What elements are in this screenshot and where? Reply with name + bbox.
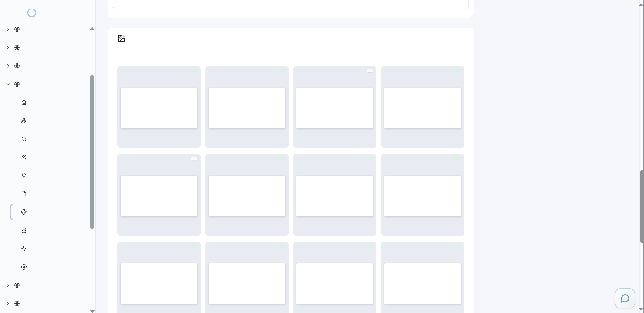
sidebar-item-lavender[interactable] <box>0 57 95 75</box>
sidebar-item-gia[interactable] <box>0 38 95 57</box>
sidebar-item-drymerge[interactable] <box>0 20 95 38</box>
screenshot-thumbnail[interactable] <box>209 176 285 216</box>
globe-icon <box>14 300 20 306</box>
screenshot-tile[interactable] <box>381 242 464 313</box>
sidebar-item-pace-pricing[interactable] <box>0 276 95 294</box>
product-screenshots-card <box>108 28 474 313</box>
screenshot-tile[interactable] <box>381 154 464 236</box>
activity-icon <box>21 245 27 252</box>
screenshot-thumbnail[interactable] <box>209 88 285 128</box>
sidebar-scrollbar-thumb[interactable] <box>90 75 94 229</box>
sidebar-item-overview[interactable] <box>0 93 95 111</box>
globe-icon <box>14 81 20 87</box>
sidebar-item-topic-bank[interactable] <box>0 166 95 185</box>
chat-launcher-button[interactable] <box>615 288 635 308</box>
chevron-right-icon[interactable] <box>5 300 11 306</box>
chevron-down-icon[interactable] <box>5 81 11 87</box>
screenshot-thumbnail[interactable] <box>296 263 373 304</box>
sidebar-item-monitoring[interactable] <box>0 239 95 258</box>
screenshot-thumbnail[interactable] <box>384 88 461 128</box>
section-header <box>117 34 129 43</box>
globe-icon <box>14 282 20 288</box>
home-icon <box>21 99 27 105</box>
gear-icon <box>21 264 27 270</box>
sidebar-item-topic-research[interactable] <box>0 130 95 148</box>
sidebar-item-knowledge-base[interactable] <box>0 221 95 239</box>
sidebar <box>0 0 96 313</box>
search-icon <box>21 136 27 142</box>
file-text-icon <box>21 191 27 197</box>
status-badge <box>453 245 461 248</box>
globe-icon <box>14 44 20 51</box>
screenshot-thumbnail[interactable] <box>121 263 197 304</box>
chevron-right-icon[interactable] <box>5 282 11 288</box>
status-badge <box>189 245 197 248</box>
sidebar-item-articles[interactable] <box>0 185 95 203</box>
sidebar-item-productiv[interactable] <box>0 294 95 312</box>
status-badge <box>277 69 285 72</box>
chat-bubble-icon <box>620 293 630 304</box>
screenshot-tile[interactable] <box>117 154 201 236</box>
tags-badge <box>367 69 373 72</box>
status-badge <box>277 157 285 160</box>
globe-icon <box>14 63 20 69</box>
page-scroll-down-arrow[interactable] <box>639 308 643 311</box>
chevron-right-icon[interactable] <box>5 63 11 69</box>
sidebar-item-suggested-posts[interactable] <box>0 148 95 166</box>
status-badge <box>365 245 373 248</box>
sidebar-scroll-up-arrow[interactable] <box>90 27 95 30</box>
status-badge <box>277 245 285 248</box>
screenshot-thumbnail[interactable] <box>384 263 461 304</box>
screenshot-tile[interactable] <box>205 242 289 313</box>
window-top-edge <box>0 0 644 0</box>
screenshot-tile[interactable] <box>293 66 376 148</box>
screenshot-thumbnail[interactable] <box>209 263 285 304</box>
screenshot-thumbnail[interactable] <box>121 176 197 216</box>
oleno-logo-icon <box>27 8 37 18</box>
status-badge <box>453 69 461 72</box>
screenshot-thumbnail[interactable] <box>296 88 373 128</box>
tags-badge <box>191 157 197 160</box>
sparkles-icon <box>21 154 27 160</box>
upload-card-cutoff <box>108 0 474 18</box>
chevron-right-icon[interactable] <box>5 26 11 32</box>
globe-icon <box>14 26 20 32</box>
sidebar-item-settings[interactable] <box>0 258 95 276</box>
page-scroll-up-arrow[interactable] <box>639 3 643 6</box>
screenshot-tile[interactable] <box>117 66 201 148</box>
screenshot-tile[interactable] <box>117 242 201 313</box>
status-badge <box>189 69 197 72</box>
database-icon <box>21 227 27 233</box>
screenshot-tile[interactable] <box>205 154 289 236</box>
sidebar-nav <box>0 20 95 312</box>
sidebar-item-topic-universe[interactable] <box>0 111 95 130</box>
main-content <box>96 0 640 313</box>
sidebar-item-brand-studio[interactable] <box>0 203 95 221</box>
status-badge <box>365 157 373 160</box>
lightbulb-icon <box>21 172 27 178</box>
screenshot-tile[interactable] <box>381 66 464 148</box>
image-plus-icon <box>117 34 126 43</box>
screenshot-tile[interactable] <box>205 66 289 148</box>
sidebar-item-oleno[interactable] <box>0 75 95 93</box>
screenshot-thumbnail[interactable] <box>296 176 373 216</box>
chevron-right-icon[interactable] <box>5 44 11 51</box>
sitemap-icon <box>21 118 27 124</box>
page-scrollbar-thumb[interactable] <box>640 170 643 243</box>
screenshot-grid <box>117 66 465 313</box>
screenshot-thumbnail[interactable] <box>384 176 461 216</box>
status-badge <box>453 157 461 160</box>
screenshot-tile[interactable] <box>293 242 376 313</box>
palette-icon <box>21 209 27 215</box>
sidebar-scroll-down-arrow[interactable] <box>90 310 95 313</box>
screenshot-thumbnail[interactable] <box>121 88 197 128</box>
upload-dropzone[interactable] <box>113 0 469 9</box>
screenshot-tile[interactable] <box>293 154 376 236</box>
